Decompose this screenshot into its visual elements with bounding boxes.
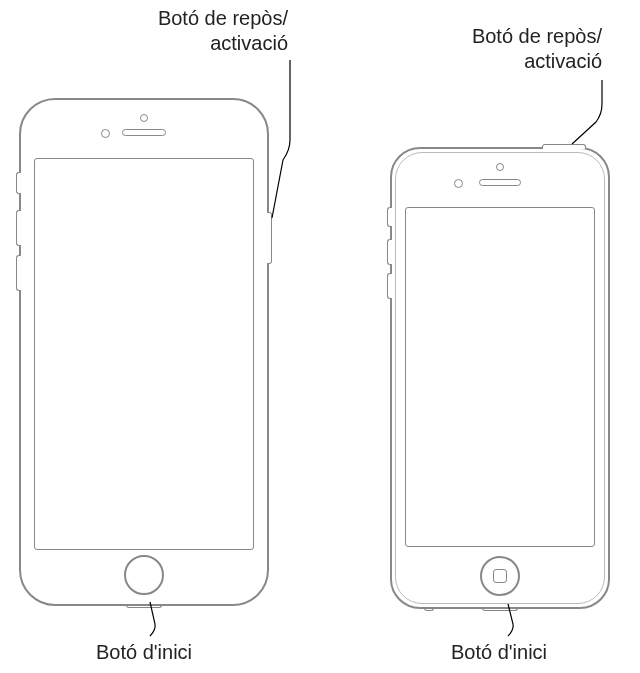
label-right-sleep-wake-line1: Botó de repòs/	[472, 25, 602, 47]
front-camera-icon	[101, 129, 110, 138]
label-left-sleep-wake-line1: Botó de repòs/	[158, 7, 288, 29]
mute-switch-icon	[16, 172, 21, 194]
sleep-wake-button-icon	[267, 212, 272, 264]
sleep-wake-button-icon	[542, 144, 586, 149]
label-right-home: Botó d'inici	[414, 640, 584, 665]
home-button-icon	[480, 556, 520, 596]
label-right-sleep-wake: Botó de repòs/ activació	[472, 24, 602, 74]
proximity-sensor-icon	[496, 163, 504, 171]
phone-left-illustration	[19, 98, 269, 606]
speaker-grille-icon	[193, 604, 225, 607]
lightning-port-icon	[126, 604, 162, 608]
volume-down-icon	[16, 255, 21, 291]
label-right-sleep-wake-line2: activació	[524, 50, 602, 72]
label-left-home: Botó d'inici	[59, 640, 229, 665]
front-camera-icon	[454, 179, 463, 188]
speaker-grille-icon	[63, 604, 95, 607]
phone-right-illustration	[390, 147, 610, 609]
speaker-grille-icon	[541, 607, 573, 610]
home-button-square-icon	[493, 569, 507, 583]
volume-up-icon	[16, 210, 21, 246]
home-button-icon	[124, 555, 164, 595]
label-left-sleep-wake-line2: activació	[210, 32, 288, 54]
proximity-sensor-icon	[140, 114, 148, 122]
speaker-icon	[122, 129, 166, 136]
label-left-sleep-wake: Botó de repòs/ activació	[158, 6, 288, 56]
speaker-icon	[479, 179, 521, 186]
lightning-port-icon	[482, 607, 518, 611]
mute-switch-icon	[387, 207, 392, 227]
volume-up-icon	[387, 239, 392, 265]
screen-icon	[405, 207, 595, 547]
headphone-jack-icon	[424, 607, 434, 611]
screen-icon	[34, 158, 254, 550]
volume-down-icon	[387, 273, 392, 299]
